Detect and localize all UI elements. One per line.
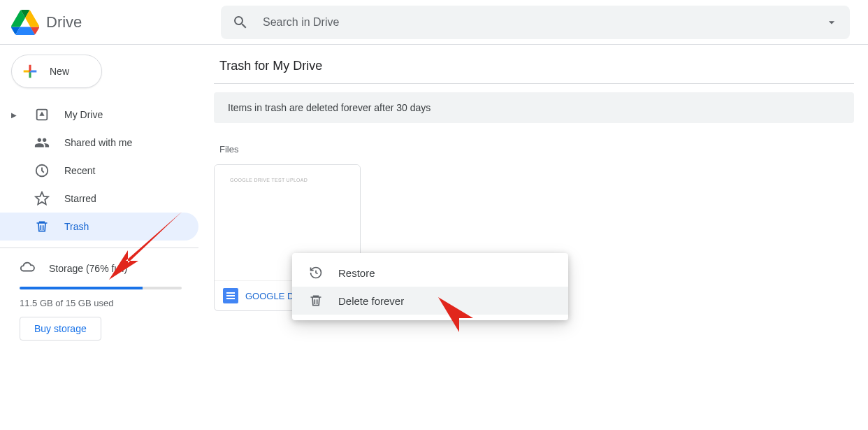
recent-icon: [34, 163, 50, 178]
trash-icon: [34, 220, 50, 234]
logo-area[interactable]: Drive: [11, 8, 221, 36]
new-button-label: New: [50, 66, 69, 77]
google-docs-icon: [223, 288, 238, 303]
cloud-icon: [20, 259, 35, 277]
sidebar-item-shared[interactable]: Shared with me: [0, 129, 198, 157]
plus-icon: [20, 62, 40, 81]
new-button[interactable]: New: [11, 55, 102, 88]
sidebar-item-recent[interactable]: Recent: [0, 157, 198, 185]
sidebar: New ▶ My Drive Shared with me Recent: [0, 45, 210, 341]
sidebar-item-my-drive[interactable]: ▶ My Drive: [0, 101, 198, 129]
menu-item-restore[interactable]: Restore: [292, 259, 568, 287]
page-title: Trash for My Drive: [214, 55, 854, 84]
delete-icon: [309, 294, 323, 308]
menu-item-label: Delete forever: [338, 295, 404, 307]
sidebar-item-label: Shared with me: [64, 137, 132, 148]
annotation-arrow-trash: [105, 208, 189, 285]
restore-icon: [309, 266, 323, 280]
trash-info-banner: Items in trash are deleted forever after…: [214, 92, 854, 123]
sidebar-item-label: Recent: [64, 165, 95, 176]
drive-logo-icon: [11, 8, 39, 36]
sidebar-item-label: Trash: [64, 221, 89, 232]
app-header: Drive: [0, 0, 868, 45]
star-icon: [34, 191, 50, 206]
storage-progress-bar: [20, 287, 182, 289]
search-icon: [232, 14, 249, 31]
shared-icon: [34, 135, 50, 150]
storage-progress-fill: [20, 287, 143, 289]
sidebar-item-label: My Drive: [64, 109, 103, 120]
annotation-arrow-delete: [435, 294, 533, 378]
search-bar[interactable]: [221, 6, 850, 39]
search-options-icon[interactable]: [825, 15, 839, 29]
storage-usage-text: 11.5 GB of 15 GB used: [0, 295, 210, 317]
my-drive-icon: [34, 107, 50, 122]
sidebar-item-label: Starred: [64, 193, 96, 204]
app-name: Drive: [46, 13, 82, 31]
search-input[interactable]: [263, 16, 825, 29]
buy-storage-button[interactable]: Buy storage: [20, 317, 101, 341]
files-section-label: Files: [219, 144, 854, 155]
menu-item-label: Restore: [338, 267, 375, 279]
expand-caret-icon[interactable]: ▶: [11, 111, 20, 119]
